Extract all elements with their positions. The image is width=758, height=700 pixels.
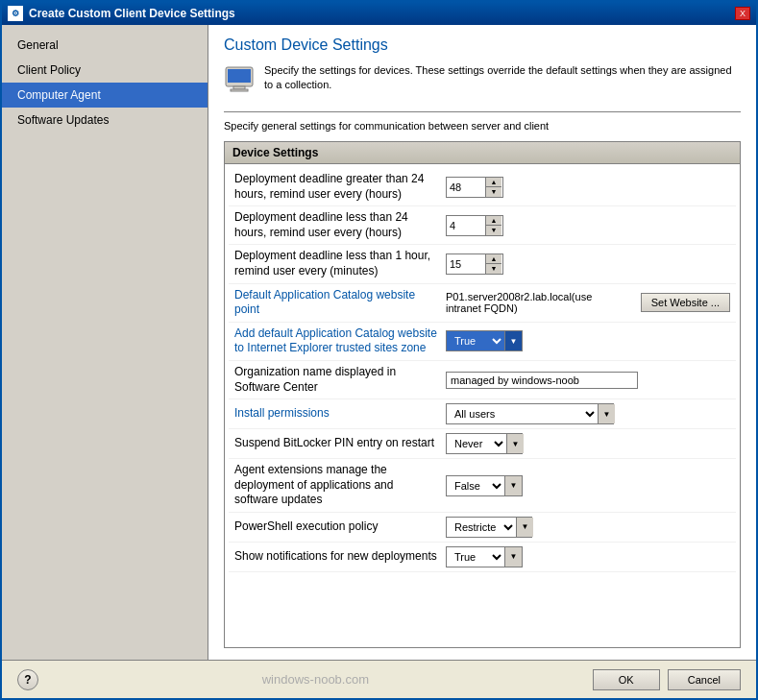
setting-control-show-notifications: True False ▼ [446,546,730,567]
table-row: Default Application Catalog website poin… [229,284,736,323]
dropdown-agent-extensions[interactable]: False True ▼ [446,475,523,496]
catalog-website-value: P01.server2008r2.lab.local(use intranet … [446,291,629,314]
setting-label-add-catalog: Add default Application Catalog website … [234,326,446,356]
spinner-deployment-less-24h[interactable]: ▲ ▼ [446,215,503,236]
select-agent-extensions[interactable]: False True [447,476,504,495]
table-row: Show notifications for new deployments T… [229,543,736,572]
sidebar-item-computer-agent[interactable]: Computer Agent [2,83,208,108]
setting-label-org-name: Organization name displayed in Software … [234,365,446,395]
cancel-button[interactable]: Cancel [668,669,741,690]
dropdown-add-catalog[interactable]: True False ▼ [446,330,523,351]
setting-control-deployment-24h: ▲ ▼ [446,177,730,198]
sidebar-item-software-updates[interactable]: Software Updates [2,108,208,133]
ok-button[interactable]: OK [593,669,660,690]
watermark: windows-noob.com [38,670,593,688]
spinner-buttons-less-24h: ▲ ▼ [485,216,501,235]
header-description: Specify the settings for devices. These … [264,63,741,93]
select-bitlocker[interactable]: Never Always [447,434,506,453]
table-row: Organization name displayed in Software … [229,361,736,399]
section-description: Specify general settings for communicati… [224,120,741,132]
title-bar: ⚙ Create Custom Client Device Settings X [2,2,756,25]
setting-label-bitlocker: Suspend BitLocker PIN entry on restart [234,436,446,451]
help-button[interactable]: ? [17,669,38,690]
spin-down-1h[interactable]: ▼ [486,264,501,274]
setting-label-catalog-website: Default Application Catalog website poin… [234,288,446,318]
dropdown-agent-extensions-arrow[interactable]: ▼ [504,476,522,495]
setting-label-deployment-1h: Deployment deadline less than 1 hour, re… [234,249,446,278]
main-window: ⚙ Create Custom Client Device Settings X… [0,0,758,700]
window-title: Create Custom Client Device Settings [29,7,235,20]
setting-control-catalog-website: P01.server2008r2.lab.local(use intranet … [446,291,730,314]
dropdown-install-permissions-arrow[interactable]: ▼ [598,404,615,423]
settings-table: Deployment deadline greater than 24 hour… [225,164,740,576]
table-row: PowerShell execution policy Restricted A… [229,513,736,543]
window-icon: ⚙ [8,6,23,21]
table-row: Agent extensions manage the deployment o… [229,459,736,513]
close-button[interactable]: X [735,7,750,20]
set-website-button[interactable]: Set Website ... [641,293,730,312]
spinner-deployment-1h[interactable]: ▲ ▼ [446,253,503,275]
spinner-input-deployment-less-24h[interactable] [447,219,485,232]
content-area: General Client Policy Computer Agent Sof… [2,25,756,660]
main-title: Custom Device Settings [224,36,741,54]
dropdown-powershell[interactable]: Restricted AllSigned Bypass ▼ [446,517,532,538]
setting-label-deployment-less-24h: Deployment deadline less than 24 hours, … [234,210,446,240]
table-row: Install permissions All users Only admin… [229,399,736,429]
sidebar-item-client-policy[interactable]: Client Policy [2,58,208,83]
svg-rect-1 [228,69,251,83]
sidebar-item-general[interactable]: General [2,33,208,58]
spin-up-less-24h[interactable]: ▲ [486,216,501,226]
setting-control-add-catalog: True False ▼ [446,330,730,351]
org-name-input[interactable] [446,372,638,389]
header-icon [224,63,255,94]
select-powershell[interactable]: Restricted AllSigned Bypass [447,518,516,537]
dropdown-add-catalog-arrow[interactable]: ▼ [504,331,522,350]
table-row: Deployment deadline greater than 24 hour… [229,168,736,206]
setting-label-agent-extensions: Agent extensions manage the deployment o… [234,463,446,508]
bottom-bar: ? windows-noob.com OK Cancel [2,660,756,698]
setting-control-powershell: Restricted AllSigned Bypass ▼ [446,517,730,538]
dropdown-bitlocker[interactable]: Never Always ▼ [446,433,523,454]
table-row: Deployment deadline less than 24 hours, … [229,206,736,245]
spinner-buttons-24h: ▲ ▼ [485,178,501,197]
dropdown-install-permissions[interactable]: All users Only administrators Only admin… [446,403,614,424]
select-add-catalog[interactable]: True False [447,331,504,350]
main-panel: Custom Device Settings Specify the setti… [208,25,756,660]
table-row: Deployment deadline less than 1 hour, re… [229,245,736,283]
spinner-input-deployment-24h[interactable] [447,181,485,194]
select-show-notifications[interactable]: True False [447,547,504,567]
dropdown-powershell-arrow[interactable]: ▼ [516,518,533,537]
table-row: Suspend BitLocker PIN entry on restart N… [229,429,736,459]
dropdown-bitlocker-arrow[interactable]: ▼ [506,434,524,453]
setting-label-show-notifications: Show notifications for new deployments [234,549,446,565]
setting-control-agent-extensions: False True ▼ [446,475,730,496]
dropdown-show-notifications[interactable]: True False ▼ [446,546,523,567]
svg-rect-3 [231,89,248,91]
sidebar: General Client Policy Computer Agent Sof… [2,25,208,660]
spinner-buttons-1h: ▲ ▼ [485,254,501,274]
spin-up-24h[interactable]: ▲ [486,178,501,187]
dropdown-show-notifications-arrow[interactable]: ▼ [504,547,522,567]
bottom-buttons: OK Cancel [593,669,741,690]
setting-control-bitlocker: Never Always ▼ [446,433,730,454]
header-section: Specify the settings for devices. These … [224,63,741,94]
setting-label-powershell: PowerShell execution policy [234,519,446,535]
table-row: Add default Application Catalog website … [229,323,736,361]
setting-control-deployment-1h: ▲ ▼ [446,253,730,275]
select-install-permissions[interactable]: All users Only administrators Only admin… [447,404,598,423]
spin-down-less-24h[interactable]: ▼ [486,226,501,235]
setting-control-install-permissions: All users Only administrators Only admin… [446,403,730,424]
header-divider [224,111,741,112]
title-bar-left: ⚙ Create Custom Client Device Settings [8,6,235,21]
setting-label-install-permissions: Install permissions [234,406,446,422]
device-settings-header: Device Settings [225,142,740,164]
spinner-input-deployment-1h[interactable] [447,257,485,271]
setting-label-deployment-24h: Deployment deadline greater than 24 hour… [234,172,446,202]
setting-control-deployment-less-24h: ▲ ▼ [446,215,730,236]
spin-up-1h[interactable]: ▲ [486,254,501,264]
setting-control-org-name [446,372,730,389]
spin-down-24h[interactable]: ▼ [486,187,501,197]
spinner-deployment-24h[interactable]: ▲ ▼ [446,177,503,198]
device-settings-box: Device Settings Deployment deadline grea… [224,141,741,648]
